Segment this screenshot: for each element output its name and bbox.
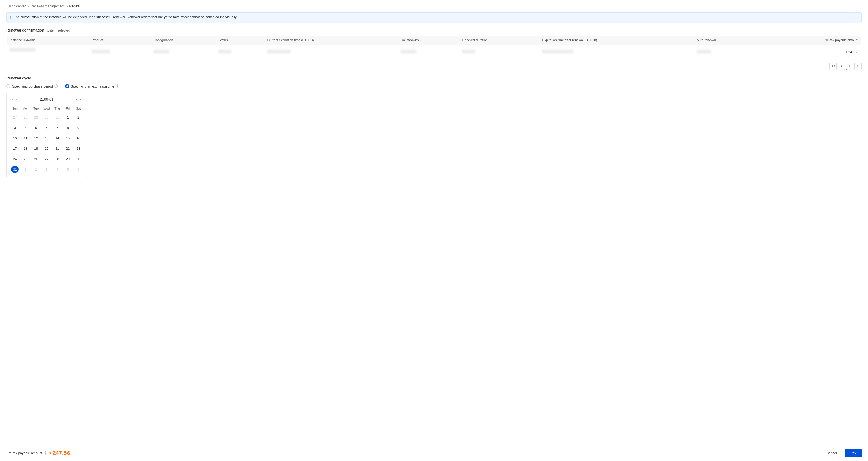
- cal-cell: 2: [31, 164, 41, 174]
- cal-next-month-btn[interactable]: ›: [75, 96, 78, 102]
- info-circle-icon: ℹ: [10, 15, 12, 20]
- cal-cell: 31: [10, 164, 20, 174]
- cal-day[interactable]: 5: [32, 124, 40, 131]
- cal-cell: 2: [73, 112, 84, 123]
- cal-day[interactable]: 16: [75, 134, 82, 142]
- cal-day[interactable]: 14: [54, 134, 61, 142]
- cancel-button[interactable]: Cancel: [821, 449, 842, 457]
- cal-dow-thu: Thu: [52, 105, 63, 112]
- cal-cell: 3: [10, 123, 20, 133]
- cal-day-selected[interactable]: 31: [11, 166, 19, 173]
- cal-day[interactable]: 20: [43, 145, 50, 152]
- dash: -: [10, 52, 11, 56]
- calendar-header: « ‹ 2100-01 › »: [10, 96, 84, 102]
- cal-next-year-btn[interactable]: »: [79, 96, 83, 102]
- cell-renewal-duration: [459, 45, 539, 59]
- cal-day[interactable]: 22: [64, 145, 71, 152]
- cal-cell: 10: [10, 133, 20, 143]
- cal-day: 30: [43, 113, 50, 121]
- cal-week-5: 31123456: [10, 164, 84, 174]
- prev-page-btn[interactable]: <: [838, 63, 845, 70]
- col-expiration-after: Expiration time after renewal (UTC+8): [539, 36, 693, 45]
- cal-cell: 30: [41, 112, 52, 123]
- cal-prev-month-btn[interactable]: ‹: [15, 96, 18, 102]
- cal-cell: 16: [73, 133, 84, 143]
- cal-cell: 8: [63, 123, 73, 133]
- cal-day[interactable]: 15: [64, 134, 71, 142]
- cell-instance-id: -: [6, 45, 89, 59]
- cal-week-0: 272829303112: [10, 112, 84, 123]
- page-1-btn[interactable]: 1: [846, 63, 854, 70]
- cal-day[interactable]: 9: [75, 124, 82, 131]
- cal-cell: 6: [41, 123, 52, 133]
- renewal-confirmation-count: 1 item selected: [47, 28, 70, 32]
- pay-button[interactable]: Pay: [845, 449, 862, 457]
- cal-cell: 1: [20, 164, 31, 174]
- cal-day[interactable]: 19: [32, 145, 40, 152]
- cal-day[interactable]: 24: [11, 155, 19, 163]
- breadcrumb-billing-center[interactable]: Billing center: [6, 4, 26, 8]
- cal-day[interactable]: 21: [54, 145, 61, 152]
- col-expiration-time: Current expiration time (UTC+8): [264, 36, 398, 45]
- footer-amount-section: Pre-tax payable amount ⓘ $ 247.56: [6, 450, 70, 457]
- col-instance-id: Instance ID/Name: [6, 36, 89, 45]
- cal-day[interactable]: 18: [22, 145, 29, 152]
- cal-day: 3: [43, 166, 50, 173]
- info-tip-expiration-time[interactable]: ⓘ: [116, 84, 119, 89]
- cal-day[interactable]: 30: [75, 155, 82, 163]
- cell-auto-renewal: [693, 45, 758, 59]
- cell-product: [89, 45, 151, 59]
- cal-cell: 14: [52, 133, 63, 143]
- cal-dow-fri: Fri: [63, 105, 73, 112]
- cal-cell: 22: [63, 143, 73, 154]
- cal-day[interactable]: 10: [11, 134, 19, 142]
- calendar: « ‹ 2100-01 › » Sun Mon Tue Wed Thu: [6, 93, 87, 178]
- cal-cell: 28: [20, 112, 31, 123]
- renewal-cycle-title: Renewal cycle: [6, 76, 862, 80]
- cal-day[interactable]: 6: [43, 124, 50, 131]
- cal-day[interactable]: 3: [11, 124, 19, 131]
- cal-prev-group: « ‹: [11, 96, 19, 102]
- cal-day: 1: [22, 166, 29, 173]
- cal-day: 5: [64, 166, 71, 173]
- radio-option-expiration-time[interactable]: Specifying an expiration time ⓘ: [65, 84, 119, 89]
- cell-countdowns: [398, 45, 459, 59]
- next-page-btn[interactable]: >: [855, 63, 862, 70]
- cal-day[interactable]: 12: [32, 134, 40, 142]
- cal-day[interactable]: 13: [43, 134, 50, 142]
- col-amount: Pre-tax payable amount: [758, 36, 862, 45]
- footer-info-tip[interactable]: ⓘ: [44, 451, 47, 456]
- cal-cell: 18: [20, 143, 31, 154]
- cal-day[interactable]: 4: [22, 124, 29, 131]
- cal-cell: 5: [63, 164, 73, 174]
- cal-week-3: 17181920212223: [10, 143, 84, 154]
- cal-day[interactable]: 28: [54, 155, 61, 163]
- cal-day[interactable]: 25: [22, 155, 29, 163]
- cal-day[interactable]: 26: [32, 155, 40, 163]
- breadcrumb-current: Renew: [69, 4, 80, 8]
- renewal-table: Instance ID/Name Product Configuration S…: [6, 35, 862, 59]
- breadcrumb-renewal-management[interactable]: Renewal management: [31, 4, 64, 8]
- info-tip-purchase-period[interactable]: ⓘ: [55, 84, 58, 89]
- breadcrumb-sep-2: >: [66, 5, 67, 8]
- cal-day[interactable]: 8: [64, 124, 71, 131]
- cal-day[interactable]: 29: [64, 155, 71, 163]
- radio-label-expiration-time: Specifying an expiration time: [71, 85, 114, 88]
- cal-day[interactable]: 1: [64, 113, 71, 121]
- cell-expiration-time: [264, 45, 398, 59]
- pagination: << < 1 >: [6, 63, 862, 70]
- cal-day[interactable]: 2: [75, 113, 82, 121]
- cal-day[interactable]: 17: [11, 145, 19, 152]
- cal-dow-wed: Wed: [41, 105, 52, 112]
- cal-cell: 20: [41, 143, 52, 154]
- cal-day[interactable]: 27: [43, 155, 50, 163]
- cal-day[interactable]: 11: [22, 134, 29, 142]
- prev-prev-page-btn[interactable]: <<: [830, 63, 837, 70]
- cal-next-group: › »: [75, 96, 83, 102]
- cal-prev-year-btn[interactable]: «: [11, 96, 14, 102]
- radio-option-purchase-period[interactable]: Specifying purchase period ⓘ: [6, 84, 58, 89]
- cal-day[interactable]: 7: [54, 124, 61, 131]
- cal-dow-tue: Tue: [31, 105, 41, 112]
- cell-expiration-after: [539, 45, 693, 59]
- cal-day[interactable]: 23: [75, 145, 82, 152]
